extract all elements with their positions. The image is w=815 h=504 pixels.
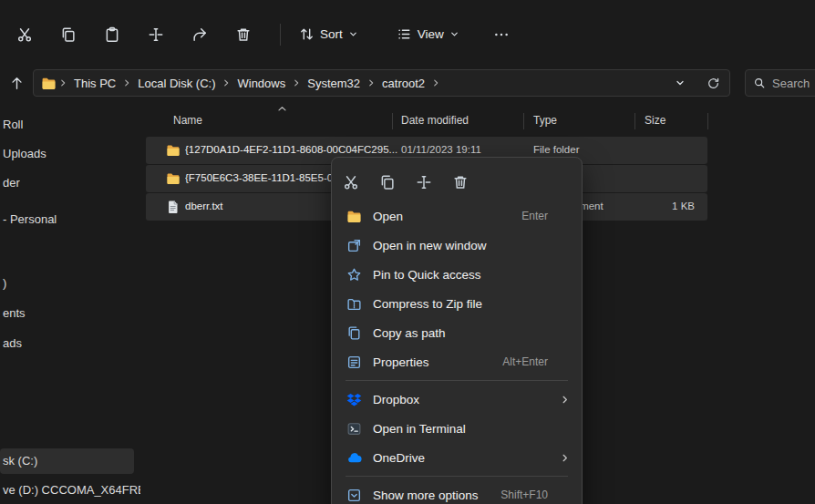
sort-dropdown[interactable]: Sort (292, 18, 366, 51)
sidebar-item-1[interactable]: Uploads (0, 141, 46, 167)
sidebar-item-2[interactable]: der (0, 170, 20, 196)
command-toolbar: Sort View (0, 0, 815, 68)
menu-item-copy-as-path[interactable]: Copy as path (336, 318, 577, 347)
cut-button[interactable] (336, 167, 366, 198)
search-input[interactable] (772, 77, 815, 90)
menu-item-open-in-terminal[interactable]: Open in Terminal (336, 414, 577, 443)
copy-button[interactable] (373, 167, 402, 198)
show-more-icon (346, 488, 362, 503)
folder-icon (41, 76, 57, 91)
submenu-chevron-right-icon (560, 453, 570, 463)
breadcrumb-item-2[interactable]: Windows (232, 74, 290, 93)
terminal-icon (346, 421, 362, 437)
view-dropdown[interactable]: View (389, 18, 467, 51)
address-dropdown-button[interactable] (669, 72, 691, 94)
chevron-right-icon[interactable] (122, 78, 131, 87)
sidebar-item-6[interactable]: ads (0, 331, 22, 356)
chevron-right-icon[interactable] (222, 78, 231, 87)
chevron-right-icon[interactable] (366, 78, 376, 87)
ellipsis-icon (493, 26, 510, 43)
menu-item-dropbox[interactable]: Dropbox (336, 385, 577, 414)
breadcrumb-item-3[interactable]: System32 (303, 74, 365, 93)
chevron-right-icon[interactable] (431, 78, 440, 87)
cut-icon (343, 174, 359, 190)
share-button[interactable] (181, 18, 218, 51)
new-window-icon (346, 238, 362, 253)
menu-item-label: OneDrive (373, 451, 548, 465)
menu-item-onedrive[interactable]: OneDrive (336, 443, 577, 472)
sidebar-item-8[interactable]: ve (D:) CCCOMA_X64FRE_I (0, 478, 140, 503)
cut-button[interactable] (6, 18, 43, 51)
chevron-down-icon (675, 77, 686, 88)
onedrive-icon (346, 450, 362, 466)
menu-item-properties[interactable]: Properties Alt+Enter (336, 347, 577, 376)
rename-icon (416, 174, 432, 190)
breadcrumb-item-1[interactable]: Local Disk (C:) (133, 74, 220, 93)
column-divider[interactable] (523, 113, 524, 129)
column-header-name[interactable]: Name (173, 114, 202, 127)
paste-button[interactable] (94, 18, 130, 51)
refresh-icon (707, 77, 720, 90)
folder-icon (166, 171, 181, 186)
column-header-row: Name Date modified Type Size (146, 109, 707, 133)
cut-icon (16, 26, 33, 43)
menu-item-label: Compress to Zip file (373, 297, 548, 311)
pin-icon (346, 267, 362, 283)
sidebar-item-5[interactable]: ents (0, 301, 26, 326)
copy-icon (379, 174, 396, 190)
copy-button[interactable] (50, 18, 87, 51)
menu-item-compress-to-zip[interactable]: Compress to Zip file (336, 289, 577, 318)
breadcrumb-item-0[interactable]: This PC (69, 74, 120, 93)
sidebar-item-7[interactable]: sk (C:) (0, 448, 134, 474)
column-divider[interactable] (392, 113, 393, 129)
menu-item-label: Show more options (373, 489, 500, 502)
file-type: File folder (533, 144, 580, 155)
menu-item-open[interactable]: Open Enter (336, 201, 577, 231)
navigate-up-button[interactable] (4, 70, 29, 96)
arrow-up-icon (9, 76, 25, 91)
breadcrumb-item-4[interactable]: catroot2 (377, 74, 429, 93)
properties-icon (346, 355, 362, 370)
navigation-pane: Roll Uploads der - Personal ) ents ads s… (0, 98, 142, 504)
menu-item-label: Open in new window (373, 239, 548, 252)
dropbox-icon (346, 392, 362, 407)
search-icon (753, 77, 766, 89)
delete-button[interactable] (446, 167, 475, 198)
column-divider[interactable] (634, 113, 635, 129)
file-explorer-window: Sort View This PC Local Disk (C:) Window… (0, 0, 815, 504)
refresh-button[interactable] (702, 72, 724, 94)
menu-separator (346, 380, 568, 381)
menu-item-pin-to-quick-access[interactable]: Pin to Quick access (336, 260, 577, 289)
chevron-right-icon[interactable] (292, 78, 301, 87)
rename-button[interactable] (409, 167, 438, 198)
breadcrumb: This PC Local Disk (C:) Windows System32… (33, 69, 730, 97)
sidebar-item-3[interactable]: - Personal (0, 207, 57, 232)
column-divider[interactable] (707, 113, 708, 129)
menu-item-label: Open in Terminal (373, 422, 548, 436)
menu-item-shortcut: Enter (521, 210, 548, 222)
folder-icon (166, 143, 181, 158)
submenu-chevron-right-icon (560, 395, 570, 405)
column-header-date-modified[interactable]: Date modified (401, 114, 469, 127)
menu-item-open-in-new-window[interactable]: Open in new window (336, 231, 577, 260)
delete-icon (452, 174, 469, 190)
menu-separator (346, 476, 568, 477)
paste-icon (104, 26, 120, 43)
menu-item-label: Pin to Quick access (373, 268, 548, 282)
column-header-type[interactable]: Type (533, 114, 557, 127)
context-menu: Open Enter Open in new window Pin to Qui… (331, 157, 583, 504)
rename-button[interactable] (138, 18, 174, 51)
delete-button[interactable] (225, 18, 262, 51)
column-header-size[interactable]: Size (645, 114, 665, 127)
sidebar-item-4[interactable]: ) (0, 271, 6, 296)
view-label: View (418, 27, 444, 41)
copy-icon (60, 26, 77, 43)
search-box[interactable] (745, 69, 815, 97)
sort-ascending-caret-icon (277, 106, 287, 112)
file-date-modified: 01/11/2023 19:11 (401, 144, 481, 155)
menu-item-show-more-options[interactable]: Show more options Shift+F10 (336, 480, 577, 504)
sidebar-item-0[interactable]: Roll (0, 112, 23, 138)
chevron-down-icon (449, 29, 459, 39)
more-options-button[interactable] (483, 18, 520, 51)
menu-item-label: Dropbox (373, 393, 548, 406)
